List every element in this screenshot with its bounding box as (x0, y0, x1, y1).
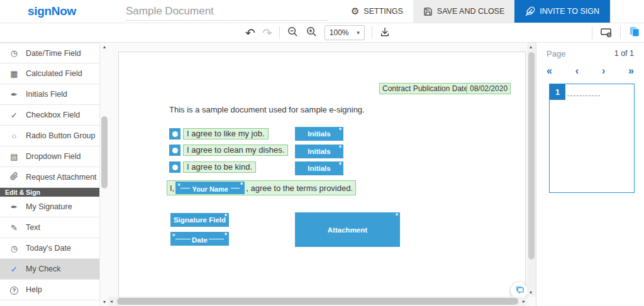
gear-icon: ⚙ (351, 6, 359, 17)
date-field-button[interactable]: v Date * (170, 232, 229, 246)
name-sentence-prefix: I, (170, 183, 174, 193)
top-bar: signNow Sample Document ⚙ SETTINGS SAVE … (0, 0, 644, 23)
feather-icon (525, 6, 535, 16)
name-sentence-row: I, v Your Name * , agree to the terms pr… (167, 180, 356, 195)
canvas-vertical-scrollbar-thumb[interactable] (528, 52, 535, 260)
document-title-input[interactable]: Sample Document (126, 3, 328, 21)
sidebar-item-label: Request Attachment (26, 173, 97, 182)
sidebar-item-text[interactable]: ✎ Text (0, 217, 99, 238)
thumbnail-content-line (567, 96, 600, 96)
contract-publication-date-field[interactable]: 08/02/2020 (467, 83, 511, 94)
initials-field-button[interactable]: Initials * (295, 161, 343, 175)
sidebar-item-todays-date[interactable]: ◷ Today's Date (0, 238, 99, 259)
help-icon: ? (9, 285, 19, 295)
required-asterisk: * (396, 212, 398, 219)
agreement-text[interactable]: I agree to like my job. (183, 128, 269, 139)
contract-publication-label-field[interactable]: Contract Publication Date: (379, 83, 473, 94)
pen-nib-icon: ✒ (9, 90, 19, 99)
sidebar-item-help[interactable]: ? Help (0, 280, 99, 300)
paperclip-icon (9, 172, 19, 182)
agreement-text[interactable]: I agree to clean my dishes. (183, 145, 288, 156)
document-intro-text: This is a sample document used for sampl… (169, 105, 365, 114)
checkbox-field[interactable] (169, 145, 180, 156)
scroll-right-icon[interactable]: ▸ (523, 298, 525, 304)
sidebar-item-checkbox-field[interactable]: ✓ Checkbox Field (0, 105, 99, 126)
agreement-text[interactable]: I agree to be kind. (183, 161, 256, 173)
save-and-close-label: SAVE AND CLOSE (437, 7, 504, 16)
sidebar-scrollbar[interactable]: ▴ ▾ (99, 43, 108, 306)
required-asterisk: * (339, 145, 341, 151)
sidebar-item-label: Date/Time Field (26, 49, 81, 58)
toolbar-divider (372, 26, 372, 39)
page-thumbnail[interactable]: 1 (549, 84, 635, 193)
download-icon[interactable] (379, 26, 391, 40)
signnow-logo: signNow (28, 0, 76, 23)
chevron-down-icon: ▾ (357, 30, 360, 36)
chat-icon (514, 285, 525, 297)
settings-button[interactable]: ⚙ SETTINGS (341, 0, 413, 23)
toolbar-divider (592, 26, 592, 39)
scroll-up-icon[interactable]: ▴ (530, 44, 532, 50)
checkbox-field[interactable] (169, 161, 180, 173)
document-page: Contract Publication Date: 08/02/2020 Th… (118, 52, 526, 306)
toolbar-divider (620, 26, 621, 39)
sidebar-item-radio-button-group[interactable]: ○ Radio Button Group (0, 126, 99, 146)
field-caret-icon: v (172, 232, 175, 238)
your-name-text-field[interactable]: v Your Name * (175, 182, 245, 194)
zoom-out-icon[interactable] (287, 26, 299, 40)
sidebar-item-datetime-field[interactable]: ◷ Date/Time Field (0, 43, 99, 63)
check-icon: ✓ (9, 265, 19, 274)
scroll-down-icon[interactable]: ▾ (100, 299, 109, 305)
sidebar-item-initials-field[interactable]: ✒ Initials Field (0, 84, 99, 105)
first-page-icon[interactable]: « (547, 66, 552, 76)
initials-field-button[interactable]: Initials * (295, 127, 343, 141)
required-asterisk: * (339, 161, 341, 168)
initials-field-button[interactable]: Initials * (295, 145, 343, 158)
document-canvas: Contract Publication Date: 08/02/2020 Th… (108, 43, 536, 306)
page-number-badge: 1 (550, 84, 565, 100)
signature-field-button[interactable]: Signature Field * (170, 213, 229, 227)
pages-panel-icon[interactable] (628, 26, 640, 40)
previous-page-icon[interactable]: ‹ (575, 66, 579, 76)
scroll-left-icon[interactable]: ◂ (110, 298, 113, 304)
name-sentence-suffix: , agree to the terms provided. (246, 183, 353, 193)
toolbar-right-group (592, 23, 640, 42)
sidebar-item-calculated-field[interactable]: ▦ Calculated Field (0, 63, 99, 84)
top-actions: ⚙ SETTINGS SAVE AND CLOSE INVITE TO SIGN (341, 0, 644, 23)
zoom-in-icon[interactable] (306, 26, 318, 40)
last-page-icon[interactable]: » (628, 66, 634, 76)
sidebar-item-label: My Check (26, 265, 61, 273)
sidebar-item-label: Dropdown Field (26, 152, 81, 161)
sidebar-item-label: Initials Field (26, 90, 67, 99)
sidebar-item-dropdown-field[interactable]: ▤ Dropdown Field (0, 146, 99, 167)
next-page-icon[interactable]: › (602, 66, 605, 76)
settings-label: SETTINGS (364, 7, 403, 16)
undo-icon[interactable]: ↶ (245, 27, 255, 39)
page-navigation: « ‹ › » (536, 58, 644, 76)
pages-label: Page (547, 49, 565, 58)
toolbar-center-group: ↶ ↷ 100% ▾ (245, 23, 391, 42)
save-and-close-button[interactable]: SAVE AND CLOSE (413, 0, 514, 23)
checkbox-field[interactable] (169, 128, 180, 139)
zoom-level-value: 100% (330, 28, 349, 37)
sidebar-item-my-check[interactable]: ✓ My Check (0, 259, 99, 280)
sidebar-item-label: Radio Button Group (26, 131, 96, 140)
redo-icon[interactable]: ↷ (262, 27, 272, 39)
edit-and-sign-section-header: Edit & Sign (0, 188, 99, 197)
scroll-up-icon[interactable]: ▴ (100, 44, 109, 50)
invite-to-sign-button[interactable]: INVITE TO SIGN (514, 0, 610, 23)
canvas-horizontal-scrollbar[interactable]: ◂ ▸ (108, 297, 527, 306)
sidebar-scrollbar-thumb[interactable] (101, 116, 108, 189)
clock-icon: ◷ (9, 244, 19, 253)
canvas-vertical-scrollbar[interactable]: ▴ ▾ (527, 43, 536, 297)
attachment-field-button[interactable]: Attachment * (295, 212, 400, 247)
required-asterisk: * (339, 127, 341, 134)
zoom-level-select[interactable]: 100% ▾ (325, 25, 365, 40)
sidebar-item-label: Today's Date (26, 244, 71, 253)
pages-panel-header: Page 1 of 1 (536, 43, 644, 58)
canvas-horizontal-scrollbar-thumb[interactable] (117, 298, 518, 305)
field-settings-icon[interactable] (600, 26, 613, 40)
sidebar-item-my-signature[interactable]: ✒ My Signature (0, 197, 99, 217)
scroll-down-icon[interactable]: ▾ (530, 290, 532, 295)
sidebar-item-request-attachment[interactable]: Request Attachment (0, 167, 99, 188)
